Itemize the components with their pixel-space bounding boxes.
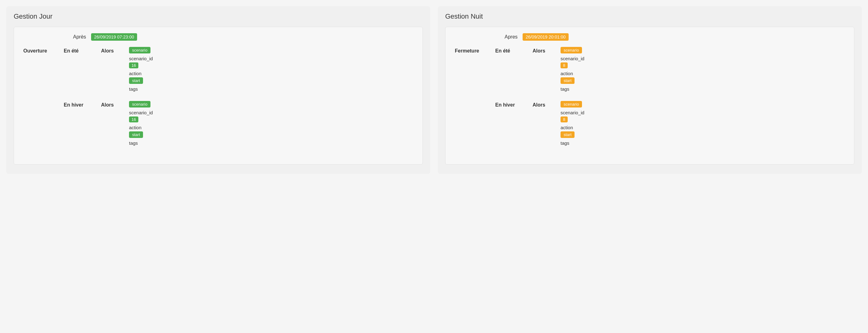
gestion-nuit-title: Gestion Nuit: [445, 12, 854, 21]
gestion-jour-ete-labels: Ouverture En été Alors: [23, 47, 129, 54]
gestion-jour-ete-scenario-block: scenario scenario_id 16 action start tag…: [129, 47, 153, 92]
gestion-nuit-apres-row: Apres 26/09/2019 20:01:00: [455, 33, 845, 41]
gestion-nuit-panel: Gestion Nuit Apres 26/09/2019 20:01:00 F…: [438, 6, 862, 174]
gestion-nuit-ete-scenario-id-value: 8: [561, 62, 568, 68]
gestion-jour-hiver-label: En hiver: [64, 102, 92, 108]
gestion-nuit-section-ete: Fermeture En été Alors scenario scenario…: [455, 47, 845, 92]
gestion-jour-hiver-scenario-id-label: scenario_id: [129, 110, 153, 115]
gestion-jour-ete-action-label: action: [129, 71, 153, 76]
gestion-nuit-body: Apres 26/09/2019 20:01:00 Fermeture En é…: [445, 27, 854, 165]
gestion-jour-ete-label: En été: [64, 48, 92, 54]
gestion-nuit-alors-hiver-label: Alors: [532, 102, 545, 108]
gestion-nuit-apres-label: Apres: [504, 34, 518, 40]
gestion-jour-datetime-badge: 26/09/2019 07:23:00: [91, 33, 137, 41]
gestion-nuit-section-hiver: En hiver Alors scenario scenario_id 8 ac…: [455, 101, 845, 146]
gestion-jour-title: Gestion Jour: [14, 12, 423, 21]
gestion-nuit-hiver-action-value: start: [561, 131, 575, 138]
gestion-jour-panel: Gestion Jour Après 26/09/2019 07:23:00 O…: [6, 6, 430, 174]
gestion-nuit-ete-action-label: action: [561, 71, 585, 76]
gestion-jour-hiver-labels: En hiver Alors: [23, 101, 129, 108]
gestion-jour-hiver-action-label: action: [129, 125, 153, 130]
gestion-nuit-ete-scenario-id-label: scenario_id: [561, 56, 585, 61]
gestion-jour-ete-scenario-id-label: scenario_id: [129, 56, 153, 61]
gestion-jour-ete-scenario-id-value: 16: [129, 62, 138, 68]
gestion-nuit-hiver-scenario-id-label: scenario_id: [561, 110, 585, 115]
gestion-jour-ete-tags-label: tags: [129, 86, 153, 92]
gestion-jour-body: Après 26/09/2019 07:23:00 Ouverture En é…: [14, 27, 423, 165]
gestion-jour-ete-action-value: start: [129, 77, 143, 84]
gestion-jour-hiver-scenario-badge: scenario: [129, 101, 151, 107]
gestion-jour-hiver-tags-label: tags: [129, 140, 153, 146]
gestion-nuit-datetime-badge: 26/09/2019 20:01:00: [523, 33, 569, 41]
gestion-nuit-hiver-label: En hiver: [495, 102, 523, 108]
gestion-nuit-hiver-scenario-block: scenario scenario_id 8 action start tags: [561, 101, 585, 146]
gestion-nuit-hiver-scenario-badge: scenario: [561, 101, 582, 107]
gestion-nuit-hiver-action-label: action: [561, 125, 585, 130]
gestion-nuit-fermeture-label: Fermeture: [455, 48, 486, 54]
gestion-nuit-hiver-scenario-id-value: 8: [561, 116, 568, 122]
gestion-nuit-hiver-tags-label: tags: [561, 140, 585, 146]
gestion-nuit-ete-scenario-block: scenario scenario_id 8 action start tags: [561, 47, 585, 92]
gestion-nuit-ete-scenario-badge: scenario: [561, 47, 582, 54]
gestion-nuit-ete-action-value: start: [561, 77, 575, 84]
gestion-jour-hiver-scenario-id-value: 16: [129, 116, 138, 122]
gestion-jour-ete-scenario-badge: scenario: [129, 47, 151, 54]
gestion-nuit-hiver-labels: En hiver Alors: [455, 101, 561, 108]
gestion-jour-apres-row: Après 26/09/2019 07:23:00: [23, 33, 413, 41]
gestion-jour-alors-ete-label: Alors: [101, 48, 114, 54]
gestion-nuit-ete-tags-label: tags: [561, 86, 585, 92]
gestion-jour-hiver-scenario-block: scenario scenario_id 16 action start tag…: [129, 101, 153, 146]
gestion-jour-apres-label: Après: [73, 34, 86, 40]
gestion-jour-section-hiver: En hiver Alors scenario scenario_id 16 a…: [23, 101, 413, 146]
gestion-jour-ouverture-label: Ouverture: [23, 48, 54, 54]
gestion-nuit-ete-labels: Fermeture En été Alors: [455, 47, 561, 54]
gestion-jour-hiver-action-value: start: [129, 131, 143, 138]
page-container: Gestion Jour Après 26/09/2019 07:23:00 O…: [6, 6, 862, 174]
gestion-jour-section-ete: Ouverture En été Alors scenario scenario…: [23, 47, 413, 92]
gestion-nuit-ete-label: En été: [495, 48, 523, 54]
gestion-nuit-alors-ete-label: Alors: [532, 48, 545, 54]
gestion-jour-alors-hiver-label: Alors: [101, 102, 114, 108]
